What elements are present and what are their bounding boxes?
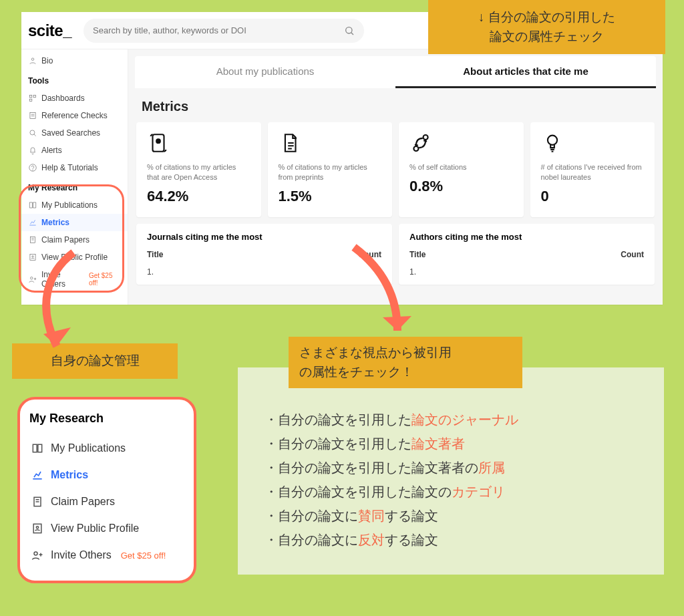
svg-point-10 (33, 170, 33, 170)
sidebar-item-saved-searches[interactable]: Saved Searches (21, 124, 128, 142)
bell-icon (28, 146, 37, 155)
svg-point-0 (346, 27, 352, 33)
svg-point-22 (36, 526, 38, 528)
bullet-line: ・自分の論文を引用した論文のカテゴリ (265, 480, 637, 504)
metric-card-nobel: # of citations I've received from nobel … (530, 122, 655, 217)
table-header: Title Count (409, 250, 644, 259)
enlarged-item-metrics[interactable]: Metrics (29, 462, 184, 488)
bullet-line: ・自分の論文を引用した論文のジャーナル (265, 408, 637, 432)
col-title: Title (147, 250, 163, 259)
metric-label: % of self citations (409, 162, 513, 172)
brand-logo[interactable]: scite (28, 21, 71, 40)
enlarged-item-profile[interactable]: View Public Profile (29, 515, 184, 542)
bullet-line: ・自分の論文に反対する論文 (265, 528, 637, 552)
svg-rect-3 (29, 95, 32, 98)
col-count: Count (358, 250, 381, 259)
sidebar-item-metrics[interactable]: Metrics (21, 214, 128, 231)
enlarged-item-invite[interactable]: Invite Others Get $25 off! (29, 542, 184, 569)
sidebar-item-label: Alerts (41, 146, 62, 155)
sidebar-item-alerts[interactable]: Alerts (21, 142, 128, 159)
annotation-top: ↓ 自分の論文の引用した 論文の属性チェック (428, 0, 665, 54)
tab-about-articles-cite-me[interactable]: About articles that cite me (395, 56, 656, 88)
invite-promo-label: Get $25 off! (89, 272, 121, 287)
svg-point-16 (156, 139, 160, 143)
sidebar-item-label: View Public Profile (41, 253, 108, 262)
svg-point-2 (31, 58, 34, 61)
metric-card-self-citations: % of self citations 0.8% (399, 122, 524, 217)
svg-point-18 (413, 146, 418, 151)
svg-marker-25 (383, 316, 411, 331)
metric-value: 0.8% (409, 178, 513, 195)
svg-line-1 (351, 32, 353, 34)
main-panel: About my publications About articles tha… (128, 49, 663, 305)
enlarged-item-label: Invite Others (51, 549, 112, 561)
bullet-line: ・自分の論文に賛同する論文 (265, 504, 637, 528)
metric-card-open-access: % of citations to my articles that are O… (136, 122, 261, 217)
papers-icon (28, 235, 37, 245)
table-title: Journals citing me the most (147, 232, 381, 242)
dashboard-icon (28, 94, 37, 103)
enlarged-sidebar: My Research My Publications Metrics Clai… (17, 397, 196, 583)
document-icon (279, 132, 301, 154)
papers-icon (31, 495, 44, 508)
sidebar: Bio Tools Dashboards Reference Checks Sa… (21, 49, 128, 305)
sidebar-item-reference-checks[interactable]: Reference Checks (21, 107, 128, 124)
sidebar-item-my-publications[interactable]: My Publications (21, 196, 128, 214)
sidebar-item-help[interactable]: Help & Tutorials (21, 159, 128, 176)
enlarged-item-label: My Publications (51, 442, 126, 454)
chart-icon (28, 218, 37, 227)
card-journals-citing: Journals citing me the most Title Count … (136, 224, 392, 285)
bullet-panel: ・自分の論文を引用した論文のジャーナル ・自分の論文を引用した論文著者 ・自分の… (238, 367, 664, 575)
enlarged-item-claim[interactable]: Claim Papers (29, 488, 184, 515)
tables-row: Journals citing me the most Title Count … (136, 224, 655, 285)
chart-icon (31, 468, 44, 482)
lightbulb-icon (541, 132, 564, 154)
enlarged-item-label: View Public Profile (51, 522, 139, 534)
table-row: 1. (409, 267, 644, 277)
annotation-left: 自身の論文管理 (12, 343, 178, 379)
search-bar[interactable] (83, 19, 364, 43)
sidebar-item-label: Bio (41, 56, 53, 65)
metric-value: 1.5% (279, 188, 382, 205)
enlarged-title: My Research (29, 412, 184, 426)
sidebar-item-label: Dashboards (41, 94, 85, 103)
app-window: scite Bio Tools Dashboards Reference Che… (21, 12, 663, 305)
tab-about-my-publications[interactable]: About my publications (135, 56, 395, 88)
svg-point-14 (31, 277, 33, 280)
book-icon (31, 442, 44, 455)
metrics-tabs: About my publications About articles tha… (135, 56, 656, 88)
svg-point-13 (32, 256, 33, 257)
sidebar-item-invite[interactable]: Invite Others Get $25 off! (21, 266, 128, 293)
sidebar-item-bio[interactable]: Bio (21, 52, 128, 69)
scroll-icon (147, 132, 170, 154)
search-icon (344, 25, 355, 36)
svg-point-19 (547, 136, 556, 145)
metric-label: # of citations I've received from nobel … (541, 162, 645, 182)
annotation-mid: さまざまな視点から被引用 の属性をチェック！ (289, 337, 522, 388)
person-icon (28, 56, 37, 65)
svg-point-17 (423, 135, 428, 140)
metric-card-preprints: % of citations to my articles from prepr… (268, 122, 393, 217)
bullet-line: ・自分の論文を引用した論文著者 (265, 432, 637, 456)
sidebar-item-public-profile[interactable]: View Public Profile (21, 249, 128, 266)
help-icon (28, 163, 37, 172)
search-input[interactable] (93, 25, 344, 35)
bullet-line: ・自分の論文を引用した論文著者の所属 (265, 456, 637, 480)
sidebar-item-claim-papers[interactable]: Claim Papers (21, 231, 128, 249)
sidebar-item-dashboards[interactable]: Dashboards (21, 90, 128, 107)
search-small-icon (28, 128, 37, 138)
sidebar-item-label: Reference Checks (41, 111, 108, 120)
sidebar-item-label: Metrics (41, 218, 69, 227)
app-body: Bio Tools Dashboards Reference Checks Sa… (21, 49, 663, 305)
table-header: Title Count (147, 250, 381, 259)
metric-label: % of citations to my articles that are O… (147, 162, 250, 182)
enlarged-item-publications[interactable]: My Publications (29, 435, 184, 462)
col-count: Count (621, 250, 644, 259)
metric-cards: % of citations to my articles that are O… (136, 122, 655, 217)
checklist-icon (28, 111, 37, 120)
book-icon (28, 200, 37, 210)
metrics-heading: Metrics (142, 99, 649, 114)
sidebar-section-tools: Tools (21, 69, 128, 90)
svg-rect-5 (29, 99, 32, 102)
enlarged-promo-label: Get $25 off! (121, 551, 166, 561)
